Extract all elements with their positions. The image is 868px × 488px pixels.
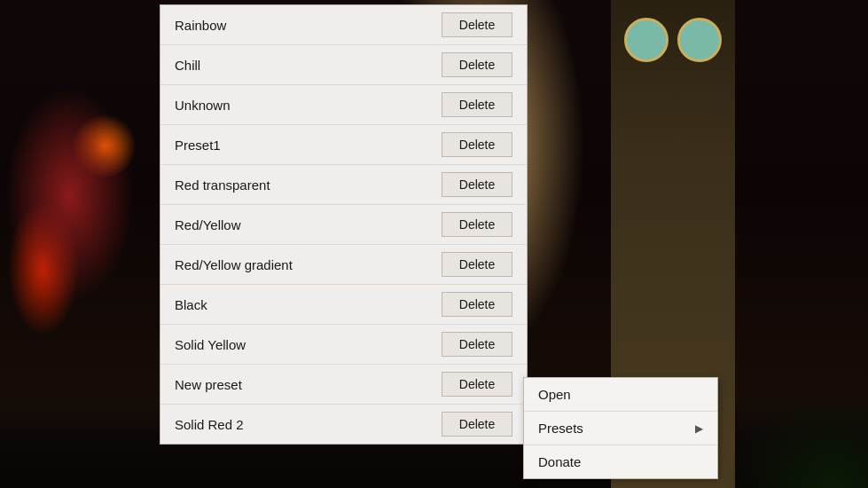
preset-name: New preset <box>175 377 442 392</box>
preset-name: Red/Yellow <box>175 217 442 232</box>
delete-button[interactable]: Delete <box>442 212 512 237</box>
preset-row: UnknownDelete <box>160 85 527 125</box>
preset-name: Solid Red 2 <box>175 417 442 432</box>
clock-face-left <box>624 18 669 62</box>
preset-name: Preset1 <box>175 138 442 153</box>
delete-button[interactable]: Delete <box>442 292 512 317</box>
delete-button[interactable]: Delete <box>442 172 512 197</box>
preset-row: Red transparentDelete <box>160 165 527 205</box>
delete-button[interactable]: Delete <box>442 252 512 277</box>
delete-button[interactable]: Delete <box>442 12 512 37</box>
context-menu-item-label: Open <box>538 387 571 402</box>
delete-button[interactable]: Delete <box>442 132 512 157</box>
submenu-arrow-icon: ▶ <box>695 422 703 435</box>
context-menu-item[interactable]: Open <box>524 378 717 412</box>
context-menu: OpenPresets▶Donate <box>523 377 718 479</box>
preset-panel: RainbowDeleteChillDeleteUnknownDeletePre… <box>160 4 528 445</box>
preset-name: Red/Yellow gradient <box>175 257 442 272</box>
context-menu-item-label: Presets <box>538 421 583 436</box>
context-menu-item-label: Donate <box>538 454 581 469</box>
delete-button[interactable]: Delete <box>442 332 512 357</box>
preset-row: ChillDelete <box>160 45 527 85</box>
preset-row: RainbowDelete <box>160 5 527 45</box>
delete-button[interactable]: Delete <box>442 372 512 397</box>
preset-row: BlackDelete <box>160 285 527 325</box>
preset-name: Chill <box>175 58 442 73</box>
delete-button[interactable]: Delete <box>442 52 512 77</box>
context-menu-item[interactable]: Donate <box>524 445 717 478</box>
preset-name: Red transparent <box>175 177 442 193</box>
preset-row: Solid Red 2Delete <box>160 405 527 444</box>
preset-row: Preset1Delete <box>160 125 527 165</box>
preset-row: New presetDelete <box>160 365 527 405</box>
clock-face-right <box>677 18 722 62</box>
preset-name: Black <box>175 297 442 312</box>
preset-row: Red/Yellow gradientDelete <box>160 245 527 285</box>
delete-button[interactable]: Delete <box>442 92 512 117</box>
preset-name: Solid Yellow <box>175 337 442 352</box>
preset-name: Rainbow <box>175 18 442 33</box>
context-menu-item[interactable]: Presets▶ <box>524 412 717 445</box>
delete-button[interactable]: Delete <box>442 412 512 437</box>
preset-row: Solid YellowDelete <box>160 325 527 365</box>
preset-name: Unknown <box>175 98 442 113</box>
preset-row: Red/YellowDelete <box>160 205 527 245</box>
